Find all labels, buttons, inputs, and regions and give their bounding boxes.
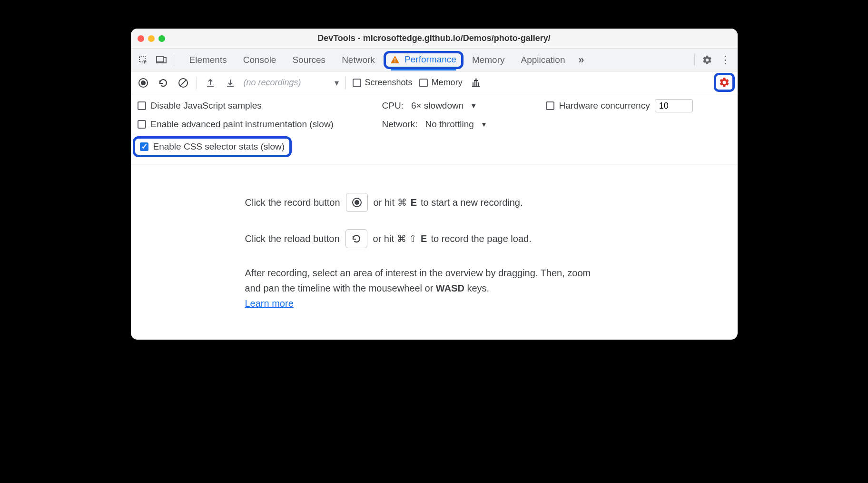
titlebar: DevTools - microsoftedge.github.io/Demos… <box>131 29 738 49</box>
performance-toolbar: (no recordings) ▾ Screenshots Memory <box>131 71 738 94</box>
cpu-throttle-select[interactable]: CPU: 6× slowdown ▼ <box>382 100 515 112</box>
checkbox-icon <box>419 79 428 87</box>
hardware-concurrency: Hardware concurrency <box>546 99 693 112</box>
chevron-down-icon: ▼ <box>481 121 487 128</box>
wasd-label: WASD <box>436 283 464 293</box>
device-toggle-icon[interactable] <box>154 52 169 68</box>
screenshots-checkbox[interactable]: Screenshots <box>353 78 413 88</box>
capture-settings-panel: Disable JavaScript samples CPU: 6× slowd… <box>131 94 738 164</box>
recordings-placeholder: (no recordings) <box>244 78 301 88</box>
svg-rect-5 <box>395 61 395 62</box>
record-button[interactable] <box>137 76 150 90</box>
tab-network[interactable]: Network <box>334 51 383 69</box>
svg-rect-4 <box>395 58 395 60</box>
hint-paragraph: After recording, select an area of inter… <box>245 268 591 293</box>
tab-elements[interactable]: Elements <box>182 51 235 69</box>
disable-js-samples-label: Disable JavaScript samples <box>151 101 262 111</box>
garbage-collect-icon[interactable] <box>469 76 483 90</box>
svg-point-7 <box>141 80 146 85</box>
panel-tabs: Elements Console Sources Network Perform… <box>182 51 690 69</box>
warning-icon <box>391 55 402 65</box>
enable-css-stats-label: Enable CSS selector stats (slow) <box>153 141 285 152</box>
enable-paint-instr-label: Enable advanced paint instrumentation (s… <box>151 119 334 130</box>
checkbox-icon <box>353 79 361 87</box>
chevron-down-icon: ▾ <box>335 78 339 88</box>
window-controls <box>138 35 165 42</box>
memory-label: Memory <box>432 78 463 88</box>
checkbox-icon[interactable] <box>138 101 146 110</box>
cpu-label: CPU: <box>382 101 404 111</box>
memory-checkbox[interactable]: Memory <box>419 78 463 88</box>
tab-sources[interactable]: Sources <box>285 51 333 69</box>
hint-paragraph-tail: keys. <box>464 283 489 293</box>
reload-button-inline[interactable] <box>345 229 367 248</box>
record-button-inline[interactable] <box>346 193 368 212</box>
svg-line-9 <box>180 80 186 86</box>
svg-rect-3 <box>163 58 166 63</box>
cpu-value: 6× slowdown <box>411 101 464 111</box>
hint-text: Click the record button <box>245 195 340 210</box>
kebab-menu-icon[interactable]: ⋮ <box>718 52 733 68</box>
svg-point-13 <box>355 200 359 205</box>
svg-rect-1 <box>157 57 163 62</box>
checkbox-checked-icon <box>140 142 148 151</box>
clear-button[interactable] <box>177 76 190 90</box>
shortcut-key: E <box>411 195 417 210</box>
hint-text: Click the reload button <box>245 231 340 246</box>
screenshots-label: Screenshots <box>365 78 413 88</box>
tab-memory[interactable]: Memory <box>464 51 513 69</box>
upload-icon[interactable] <box>204 76 217 90</box>
settings-gear-icon[interactable] <box>700 52 715 68</box>
reload-button[interactable] <box>157 76 170 90</box>
network-value: No throttling <box>425 119 473 130</box>
capture-settings-button[interactable] <box>714 73 735 92</box>
tab-application[interactable]: Application <box>513 51 573 69</box>
network-label: Network: <box>382 119 418 130</box>
window-title: DevTools - microsoftedge.github.io/Demos… <box>131 33 738 43</box>
network-throttle-select[interactable]: Network: No throttling ▼ <box>382 118 490 131</box>
hint-text: to record the page load. <box>431 231 531 246</box>
hint-text: to start a new recording. <box>421 195 523 210</box>
gear-icon <box>719 77 730 88</box>
main-tabbar: Elements Console Sources Network Perform… <box>131 49 738 71</box>
tab-performance-label: Performance <box>404 54 456 64</box>
checkbox-icon[interactable] <box>138 120 146 129</box>
hw-concurrency-label: Hardware concurrency <box>559 101 650 111</box>
shortcut-key: E <box>421 231 427 246</box>
learn-more-link[interactable]: Learn more <box>245 298 294 309</box>
empty-state: Click the record button or hit ⌘ E to st… <box>131 164 738 340</box>
inspect-icon[interactable] <box>136 52 151 68</box>
checkbox-icon[interactable] <box>546 101 554 110</box>
hint-text: or hit ⌘ ⇧ <box>373 231 417 246</box>
chevron-down-icon: ▼ <box>470 102 477 110</box>
minimize-window-button[interactable] <box>148 35 155 42</box>
download-icon[interactable] <box>224 76 237 90</box>
enable-css-selector-stats[interactable]: Enable CSS selector stats (slow) <box>133 136 292 157</box>
hint-text: or hit ⌘ <box>374 195 407 210</box>
more-tabs-icon[interactable]: » <box>573 52 589 68</box>
tab-console[interactable]: Console <box>236 51 284 69</box>
devtools-window: DevTools - microsoftedge.github.io/Demos… <box>131 29 738 340</box>
close-window-button[interactable] <box>138 35 144 42</box>
maximize-window-button[interactable] <box>158 35 165 42</box>
tab-performance[interactable]: Performance <box>384 51 464 69</box>
hw-concurrency-input[interactable] <box>655 99 693 112</box>
recordings-dropdown[interactable]: (no recordings) ▾ <box>244 78 339 88</box>
